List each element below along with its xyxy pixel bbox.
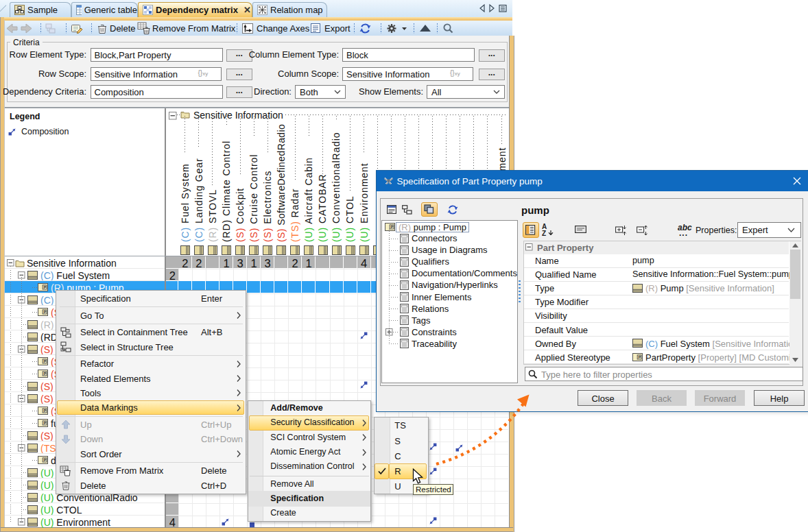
svg-text:P: P (639, 355, 641, 359)
svg-text:Z: Z (542, 230, 546, 237)
svg-text:P: P (390, 225, 393, 229)
